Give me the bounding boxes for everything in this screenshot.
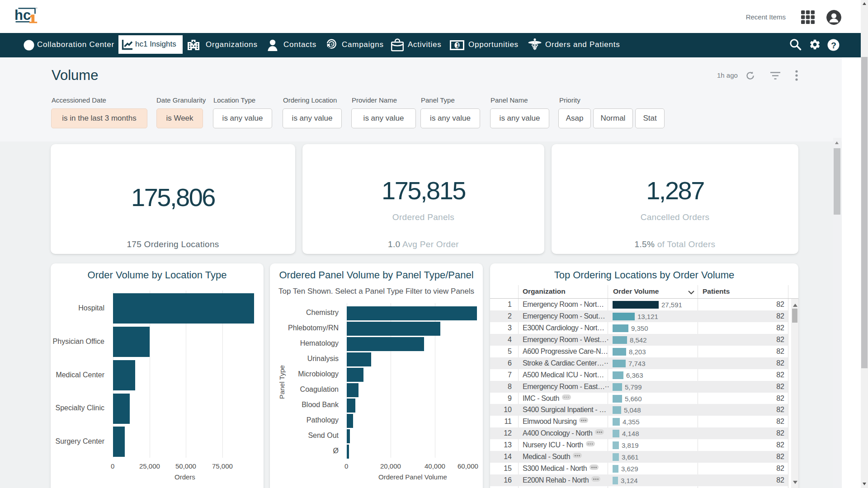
svg-text:1: 1 [456,42,459,49]
svg-text:hc: hc [15,7,31,23]
svg-text:?: ? [831,41,836,50]
